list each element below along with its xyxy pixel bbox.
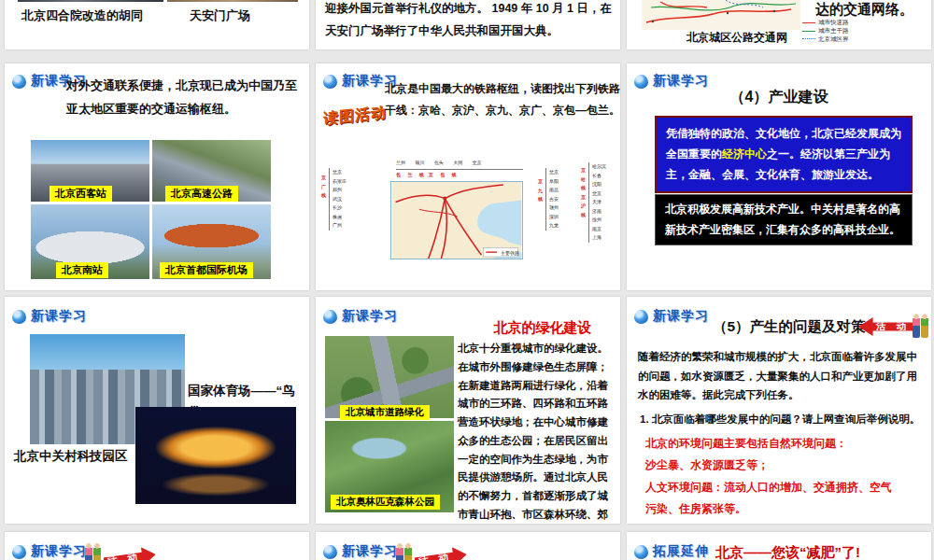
header-label: 新课学习 bbox=[342, 543, 398, 560]
child-figure-icon bbox=[921, 314, 928, 338]
problems-question: 1. 北京面临着哪些发展中的问题？请上网查询后举例说明。 bbox=[640, 413, 927, 427]
slide-railway-hub[interactable]: 新课学习 读图活动 北京是中国最大的铁路枢纽，读图找出下列铁路干线：京哈、京沪、… bbox=[316, 63, 620, 290]
slide-activity-1[interactable]: 新课学习 活 动 bbox=[5, 532, 309, 560]
transport-paragraph: 对外交通联系便捷，北京现已成为中国乃至亚太地区重要的交通运输枢纽。 bbox=[66, 75, 302, 120]
children-clipart bbox=[913, 314, 928, 338]
water-drop-icon bbox=[634, 75, 648, 89]
jingguang-label: 京 广 线 bbox=[321, 174, 326, 201]
baolan-line-label: 包 兰 线 京 包 线 bbox=[396, 171, 523, 180]
road-map-caption: 北京城区公路交通网 bbox=[686, 30, 787, 46]
activity-arrow: 活 动 bbox=[103, 545, 157, 560]
activity-label: 活 动 bbox=[417, 550, 453, 560]
economy-box: 凭借独特的政治、文化地位，北京已经发展成为全国重要的经济中心之一。经济以第三产业… bbox=[655, 116, 913, 193]
birds-nest-photo bbox=[135, 407, 296, 504]
hutong-caption: 北京四合院改造的胡同 bbox=[21, 7, 143, 24]
road-greening-label: 北京城市道路绿化 bbox=[340, 405, 430, 420]
arterial-line-symbol bbox=[802, 31, 815, 32]
water-drop-icon bbox=[323, 310, 337, 324]
expressway-line-symbol bbox=[802, 22, 815, 23]
tiananmen-photo bbox=[167, 0, 298, 2]
header-label: 新课学习 bbox=[31, 543, 87, 560]
zhongguancun-caption: 北京中关村科技园区 bbox=[14, 448, 128, 465]
road-map-image bbox=[642, 0, 800, 30]
tiananmen-paragraph: 迎接外国元首举行礼仪的地方。 1949 年 10 月 1 日，在天安门广场举行了… bbox=[325, 0, 613, 43]
water-drop-icon bbox=[323, 75, 337, 89]
railway-map-legend: 主要铁路 bbox=[501, 250, 519, 256]
road-map-legend: 城市快速路 城市主干路 北京城区界 bbox=[802, 19, 849, 43]
extension-title: 北京——您该“减肥”了! bbox=[715, 544, 860, 560]
slide-problems[interactable]: 新课学习 （5）产生的问题及对策 活 动 随着经济的繁荣和城市规模的扩大，北京面… bbox=[627, 297, 931, 524]
water-drop-icon bbox=[12, 75, 26, 89]
header-label: 新课学习 bbox=[342, 308, 398, 325]
airport-label: 北京首都国际机场 bbox=[160, 262, 253, 278]
water-drop-icon bbox=[634, 545, 648, 559]
greening-title: 北京的绿化建设 bbox=[473, 319, 613, 337]
water-drop-icon bbox=[323, 545, 337, 559]
slide-tiananmen-text[interactable]: 迎接外国元首举行礼仪的地方。 1949 年 10 月 1 日，在天安门广场举行了… bbox=[316, 0, 620, 49]
slide-header: 拓展延伸 bbox=[634, 543, 709, 560]
header-label: 新课学习 bbox=[31, 308, 87, 325]
highway-label: 北京高速公路 bbox=[165, 186, 238, 202]
network-text: 达的交通网络。 bbox=[815, 1, 913, 19]
activity-arrow: 活 动 bbox=[858, 317, 914, 336]
children-clipart bbox=[85, 543, 101, 560]
activity-arrow: 活 动 bbox=[414, 545, 468, 560]
slide-extension[interactable]: 拓展延伸 北京——您该“减肥”了! bbox=[627, 532, 931, 560]
slide-greening[interactable]: 新课学习 北京的绿化建设 北京城市道路绿化 北京奥林匹克森林公园 北京十分重视城… bbox=[316, 297, 620, 524]
baolan-line-diagram: 兰州 银川 包头 大同 北京 包 兰 线 京 包 线 bbox=[396, 159, 523, 179]
activity-label: 活 动 bbox=[876, 320, 910, 333]
tiananmen-caption: 天安门广场 bbox=[190, 7, 250, 24]
jingguang-stations: 北京 石家庄 郑州 武汉 长沙 株洲 广州 bbox=[329, 168, 347, 231]
child-figure-icon bbox=[396, 543, 403, 560]
legend-expressway: 城市快速路 bbox=[818, 19, 849, 27]
slide-hutong-tiananmen[interactable]: 北京四合院改造的胡同 天安门广场 bbox=[5, 0, 309, 49]
child-figure-icon bbox=[93, 543, 101, 560]
problems-answer: 北京的环境问题主要包括自然环境问题： 沙尘暴、水资源匮乏等； 人文环境问题：流动… bbox=[645, 433, 926, 521]
slide-grid: 北京四合院改造的胡同 天安门广场 迎接外国元首举行礼仪的地方。 1949 年 1… bbox=[0, 0, 934, 560]
slide-industry[interactable]: 新课学习 （4）产业建设 凭借独特的政治、文化地位，北京已经发展成为全国重要的经… bbox=[627, 63, 931, 290]
jingguang-line-diagram: 京 广 线 北京 石家庄 郑州 武汉 长沙 株洲 广州 bbox=[329, 168, 347, 231]
slide-header: 新课学习 bbox=[323, 543, 398, 560]
slide-road-network[interactable]: 达的交通网络。 城市快速路 城市主干路 北京城区界 北京城区公路交通网 bbox=[627, 0, 931, 49]
industry-title: （4）产业建设 bbox=[627, 88, 931, 107]
slide-header: 新课学习 bbox=[323, 308, 398, 325]
slide-header: 新课学习 bbox=[12, 543, 87, 560]
railway-map-image bbox=[390, 181, 523, 259]
child-figure-icon bbox=[404, 543, 412, 560]
jinghu-label: 京 哈 线 京 沪 线 bbox=[581, 166, 586, 219]
baolan-stations: 兰州 银川 包头 大同 北京 bbox=[396, 159, 523, 168]
children-clipart bbox=[396, 543, 412, 560]
slide-header: 新课学习 bbox=[634, 308, 709, 325]
slide-transport-hub[interactable]: 新课学习 对外交通联系便捷，北京现已成为中国乃至亚太地区重要的交通运输枢纽。 北… bbox=[5, 63, 309, 290]
forest-park-label: 北京奥林匹克森林公园 bbox=[331, 495, 440, 510]
water-drop-icon bbox=[12, 545, 26, 559]
problems-paragraph: 随着经济的繁荣和城市规模的扩大，北京面临着许多发展中的问题，如水资源匮乏，大量聚… bbox=[638, 347, 922, 405]
hutong-photo bbox=[18, 0, 163, 2]
slide-activity-2[interactable]: 新课学习 活 动 bbox=[316, 532, 620, 560]
greening-paragraph: 北京十分重视城市的绿化建设。在城市外围修建绿色生态屏障；在新建道路两厢进行绿化，… bbox=[458, 340, 616, 524]
child-figure-icon bbox=[85, 543, 92, 560]
slide-header: 新课学习 bbox=[12, 308, 87, 325]
hightech-box: 北京积极发展高新技术产业。中关村是著名的高新技术产业密集区，汇集有众多的高科技企… bbox=[655, 194, 913, 245]
child-figure-icon bbox=[913, 314, 920, 338]
jingjiu-label: 京 九 线 bbox=[538, 177, 543, 204]
activity-label: 活 动 bbox=[106, 550, 142, 560]
boundary-line-symbol bbox=[802, 38, 815, 39]
jinghu-stations: 哈尔滨 长春 沈阳 北京 天津 济南 徐州 南京 上海 bbox=[588, 162, 606, 243]
problems-title: （5）产生的问题及对策 bbox=[713, 317, 866, 337]
jingjiu-line-diagram: 京 九 线 北京 阜阳 南昌 吉安 赣州 深圳 九龙 bbox=[545, 168, 559, 231]
jinghu-line-diagram: 京 哈 线 京 沪 线 哈尔滨 长春 沈阳 北京 天津 济南 徐州 南京 上海 bbox=[588, 162, 606, 243]
south-station-label: 北京南站 bbox=[56, 262, 108, 278]
water-drop-icon bbox=[12, 310, 26, 324]
jingjiu-stations: 北京 阜阳 南昌 吉安 赣州 深圳 九龙 bbox=[545, 168, 559, 231]
header-label: 拓展延伸 bbox=[653, 543, 709, 560]
legend-arterial: 城市主干路 bbox=[818, 27, 849, 35]
economy-highlight: 经济中心 bbox=[722, 147, 767, 161]
slide-zhongguancun[interactable]: 新课学习 国家体育场——“鸟巢” 北京中关村科技园区 bbox=[5, 297, 309, 524]
legend-boundary: 北京城区界 bbox=[818, 35, 849, 44]
water-drop-icon bbox=[634, 310, 648, 324]
railway-paragraph: 北京是中国最大的铁路枢纽，读图找出下列铁路干线：京哈、京沪、京九、京广、京包—包… bbox=[385, 78, 620, 122]
reading-activity-badge: 读图活动 bbox=[323, 103, 387, 129]
west-station-label: 北京西客站 bbox=[50, 186, 112, 202]
header-label: 新课学习 bbox=[653, 308, 709, 325]
